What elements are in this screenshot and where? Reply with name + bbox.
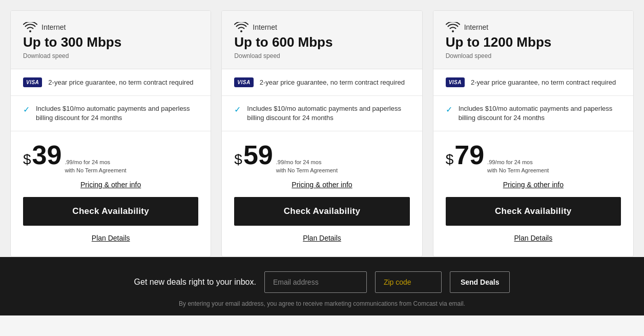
checkmark-icon: ✓ [446,105,452,114]
price-cents-term: .99/mo for 24 mos [276,159,338,166]
zip-input[interactable] [375,271,442,293]
wifi-icon [234,22,248,32]
price-row: $ 79 .99/mo for 24 mos with No Term Agre… [446,142,621,174]
card-header: Internet Up to 300 Mbps Download speed [11,11,211,69]
visa-section: VISA 2-year price guarantee, no term con… [222,69,422,96]
speed-title: Up to 300 Mbps [23,34,198,50]
check-availability-button[interactable]: Check Availability [234,197,409,226]
footer-tagline: Get new deals right to your inbox. [134,278,256,287]
email-input[interactable] [264,271,367,293]
checkmark-icon: ✓ [23,105,30,114]
plan-card-3: Internet Up to 1200 Mbps Download speed … [433,10,634,257]
price-cents-term: .99/mo for 24 mos [65,159,126,166]
pricing-other-link[interactable]: Pricing & other info [234,181,409,189]
price-amount: 79 [454,142,484,168]
download-label: Download speed [234,52,409,60]
plan-card-1: Internet Up to 300 Mbps Download speed V… [10,10,211,257]
plan-card-2: Internet Up to 600 Mbps Download speed V… [221,10,422,257]
guarantee-text: 2-year price guarantee, no term contract… [48,78,193,86]
billing-text: Includes $10/mo automatic payments and p… [459,104,621,123]
footer-form: Get new deals right to your inbox. Send … [10,271,634,293]
footer: Get new deals right to your inbox. Send … [0,257,644,315]
download-label: Download speed [446,52,621,60]
price-agreement: with No Term Agreement [487,167,549,174]
price-agreement: with No Term Agreement [276,167,338,174]
billing-section: ✓ Includes $10/mo automatic payments and… [433,96,633,131]
billing-text: Includes $10/mo automatic payments and p… [247,104,409,123]
plan-details-link[interactable]: Plan Details [234,234,409,252]
wifi-icon [23,22,37,32]
speed-title: Up to 600 Mbps [234,34,409,50]
card-header: Internet Up to 1200 Mbps Download speed [433,11,633,69]
price-agreement: with No Term Agreement [65,167,126,174]
visa-badge: VISA [446,77,465,87]
guarantee-text: 2-year price guarantee, no term contract… [471,78,616,86]
internet-label: Internet [234,22,409,32]
price-amount: 59 [243,142,273,168]
internet-label: Internet [446,22,621,32]
price-dollar: $ [234,151,242,168]
check-availability-button[interactable]: Check Availability [446,197,621,226]
download-label: Download speed [23,52,198,60]
internet-text: Internet [464,23,488,31]
price-cents-term: .99/mo for 24 mos [487,159,549,166]
price-dollar: $ [446,151,454,168]
pricing-section: $ 39 .99/mo for 24 mos with No Term Agre… [11,131,211,256]
price-dollar: $ [23,151,31,168]
visa-section: VISA 2-year price guarantee, no term con… [433,69,633,96]
price-detail: .99/mo for 24 mos with No Term Agreement [487,159,549,174]
price-detail: .99/mo for 24 mos with No Term Agreement [276,159,338,174]
internet-label: Internet [23,22,198,32]
wifi-icon [446,22,460,32]
plan-details-link[interactable]: Plan Details [446,234,621,252]
main-content: Internet Up to 300 Mbps Download speed V… [0,0,644,257]
plans-container: Internet Up to 300 Mbps Download speed V… [10,10,634,257]
price-amount: 39 [32,142,62,168]
internet-text: Internet [253,23,277,31]
footer-disclaimer: By entering your email address, you agre… [10,300,634,307]
pricing-section: $ 59 .99/mo for 24 mos with No Term Agre… [222,131,422,256]
send-deals-button[interactable]: Send Deals [450,271,510,293]
guarantee-text: 2-year price guarantee, no term contract… [260,78,405,86]
pricing-other-link[interactable]: Pricing & other info [446,181,621,189]
price-row: $ 39 .99/mo for 24 mos with No Term Agre… [23,142,198,174]
visa-badge: VISA [23,77,42,87]
price-detail: .99/mo for 24 mos with No Term Agreement [65,159,126,174]
card-header: Internet Up to 600 Mbps Download speed [222,11,422,69]
pricing-other-link[interactable]: Pricing & other info [23,181,198,189]
price-row: $ 59 .99/mo for 24 mos with No Term Agre… [234,142,409,174]
billing-section: ✓ Includes $10/mo automatic payments and… [11,96,211,131]
check-availability-button[interactable]: Check Availability [23,197,198,226]
plan-details-link[interactable]: Plan Details [23,234,198,252]
internet-text: Internet [41,23,66,31]
billing-text: Includes $10/mo automatic payments and p… [36,104,198,123]
visa-badge: VISA [234,77,253,87]
checkmark-icon: ✓ [234,105,241,114]
speed-title: Up to 1200 Mbps [446,34,621,50]
pricing-section: $ 79 .99/mo for 24 mos with No Term Agre… [433,131,633,256]
visa-section: VISA 2-year price guarantee, no term con… [11,69,211,96]
billing-section: ✓ Includes $10/mo automatic payments and… [222,96,422,131]
